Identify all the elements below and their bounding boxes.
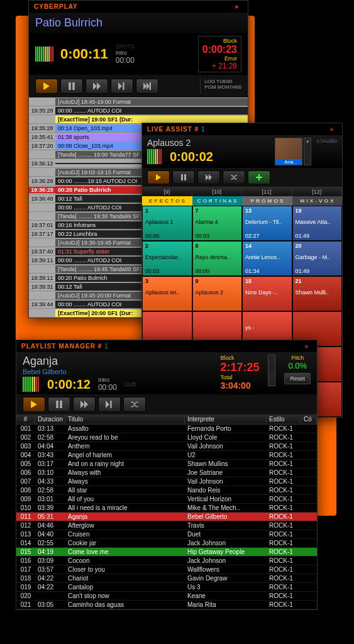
clip-cell[interactable]: 20Garbage - M..01:49 — [292, 241, 343, 276]
page-button[interactable]: [9] — [142, 187, 192, 196]
page-button[interactable]: [11] — [242, 187, 292, 196]
pm-artist: Bebel Gilberto — [23, 368, 215, 375]
table-row[interactable]: 01703:57Closer to youWallflowersROCK-1 — [16, 565, 317, 574]
pitch-slider[interactable] — [268, 355, 275, 386]
clip-cell[interactable]: 7Alarma 400:03 — [192, 206, 243, 241]
playlist-top: Aganja Bebel Gilberto 0:00:12 Intro 00:0… — [16, 352, 317, 394]
live-assist-top: Aplausos 2 0:00:02 Ana ▾ c:\Audio — [142, 135, 342, 168]
pm-intro: Intro 00:00 — [98, 377, 117, 392]
la-add-button[interactable] — [248, 170, 270, 184]
pm-elapsed: 0:00:12 — [47, 377, 91, 392]
page-bar: [9][10][11][12] — [142, 187, 342, 196]
pm-play-button[interactable] — [23, 397, 45, 412]
audio-path: c:\Audio — [316, 138, 337, 165]
category-tab[interactable]: E F E C T O S — [142, 196, 192, 206]
la-track-name: Aplausos 2 — [147, 138, 275, 148]
clip-cell[interactable]: 13Delerium - Til..02:27 — [242, 206, 292, 241]
la-next-button[interactable] — [197, 170, 220, 184]
clip-cell[interactable]: 2Espectacular..00:03 — [142, 241, 192, 276]
playlist-header: PLAYLIST MANAGER # 1 » — [16, 340, 317, 352]
pm-cue-label: CUE — [124, 381, 136, 387]
table-row[interactable]: 00503:17And on a rainy nightShawn Mullin… — [16, 460, 317, 469]
table-row[interactable]: 00403:43Angel of harlemU2ROCK-1 — [16, 451, 317, 460]
la-pause-button[interactable] — [172, 170, 195, 184]
clip-cell[interactable]: 19Massive Atta..01:49 — [292, 206, 343, 241]
la-shuffle-button[interactable] — [223, 170, 245, 184]
table-row[interactable]: 00802:58All starNando ReisROCK-1 — [16, 486, 317, 495]
pm-cue-button[interactable] — [98, 397, 121, 412]
end-button[interactable] — [136, 79, 158, 94]
page-button[interactable]: [12] — [292, 187, 343, 196]
col-title[interactable]: Titulo — [65, 414, 185, 424]
table-row[interactable]: 00304:04AnthemVail JohnsonROCK-1 — [16, 442, 317, 451]
pm-shuffle-button[interactable] — [123, 397, 146, 412]
artist-thumbnail[interactable]: Ana — [275, 138, 302, 165]
spots-block: SPOTS Intro 00:00 — [116, 43, 135, 65]
clip-cell[interactable]: 3Aplausos en.. — [142, 276, 192, 311]
timer-row: 0:00:11 SPOTS Intro 00:00 Block 0:00:23 … — [29, 33, 248, 75]
table-row[interactable]: 01504:19Come love meHip Getaway PeopleRO… — [16, 548, 317, 557]
category-tab[interactable]: M I X - V O X — [292, 196, 343, 206]
pm-pause-button[interactable] — [48, 397, 70, 412]
table-header-row: # Duracion Titulo Interprete Estilo Có — [16, 414, 317, 425]
schedule-row[interactable]: 19:35:2800:00 ........ AUTODJ COI — [29, 106, 248, 115]
collapse-icon[interactable]: » — [304, 343, 308, 350]
la-play-button[interactable] — [147, 170, 170, 184]
pause-button[interactable] — [60, 79, 83, 94]
transport-bar: LOG TUE00 PGM MONTH00 — [29, 75, 248, 97]
table-row[interactable]: 00202:58Areyou read to beLloyd ColeROCK-… — [16, 433, 317, 442]
vu-meter — [35, 47, 54, 62]
collapse-icon[interactable]: » — [235, 3, 239, 10]
table-row[interactable]: 00704:33AlwaysVail JohnsonROCK-1 — [16, 477, 317, 486]
table-row[interactable]: 01003:39All i need is a miracleMike & Th… — [16, 504, 317, 513]
category-tab[interactable]: C O R T I N A S — [192, 196, 243, 206]
pm-track: Aganja — [23, 355, 215, 368]
clip-cell[interactable]: 14Annie Lenox..01:34 — [242, 241, 292, 276]
clip-cell[interactable]: 15Nine Days -.. — [242, 276, 292, 311]
live-assist-header: LIVE ASSIST # 1 » — [142, 123, 342, 135]
table-row[interactable]: 01402:55Cookie jarJack JohnsonROCK-1 — [16, 539, 317, 548]
playlist-table: # Duracion Titulo Interprete Estilo Có 0… — [16, 414, 317, 609]
category-tab[interactable]: P R O M O S — [242, 196, 292, 206]
col-interprete[interactable]: Interprete — [185, 414, 267, 424]
category-tabs: E F E C T O SC O R T I N A SP R O M O SM… — [142, 196, 342, 206]
collapse-icon[interactable]: » — [329, 126, 333, 133]
clip-cell[interactable]: 9Aplausos 2 — [192, 276, 243, 311]
table-row[interactable]: 020Can't stop nowKeaneROCK-1 — [16, 592, 317, 601]
table-row[interactable]: 01603:09CocoonJack JohnsonROCK-1 — [16, 557, 317, 565]
play-button[interactable] — [35, 79, 58, 94]
clip-cell[interactable]: 8Rayo desma..00:00 — [192, 241, 243, 276]
clip-cell[interactable]: 21Shawn Mulli.. — [292, 276, 343, 311]
table-row[interactable]: 00603:10Always withJoe SatrianeROCK-1 — [16, 469, 317, 477]
table-row[interactable]: 00103:13AssaltoFernanda PortoROCK-1 — [16, 425, 317, 433]
table-row[interactable]: 01904:22CantalopUs 3ROCK-1 — [16, 583, 317, 592]
table-row[interactable]: 02103:05Caminho das aguasMaria RitaROCK-… — [16, 601, 317, 609]
table-row[interactable]: 01204:46AfterglowTravisROCK-1 — [16, 521, 317, 530]
col-estilo[interactable]: Estilo — [267, 414, 301, 424]
thumb-dropdown[interactable]: ▾ — [304, 138, 311, 165]
cyberplay-title: CYBERPLAY » — [29, 1, 248, 13]
vu-meter — [147, 149, 162, 164]
table-row[interactable]: 01804:22ChariotGavin DegrawROCK-1 — [16, 574, 317, 583]
elapsed-time: 0:00:11 — [60, 46, 108, 62]
clip-cell[interactable]: 1Aplausos 100:06 — [142, 206, 192, 241]
pm-block-box: Block 2:17:25 Total 3:04:00 — [220, 355, 259, 391]
col-num[interactable]: # — [16, 414, 35, 424]
col-duration[interactable]: Duracion — [35, 414, 65, 424]
la-transport — [142, 168, 342, 187]
table-row[interactable]: 01105:31AganjaBebel GilbertoROCK-1 — [16, 513, 317, 521]
table-row[interactable]: 00903:01All of youVertical HorizonROCK-1 — [16, 495, 317, 504]
page-button[interactable]: [10] — [192, 187, 243, 196]
log-box: LOG TUE00 PGM MONTH00 — [200, 79, 241, 94]
playlist-manager-panel: PLAYLIST MANAGER # 1 » Aganja Bebel Gilb… — [16, 340, 318, 610]
table-row[interactable]: 01304:40CruisenDuetROCK-1 — [16, 530, 317, 539]
next-button[interactable] — [86, 79, 108, 94]
pm-next-button[interactable] — [73, 397, 96, 412]
pitch-reset-button[interactable]: Reset — [284, 373, 311, 384]
schedule-row[interactable]: [AutoDJ] 18:45-19:00 Format — [29, 97, 248, 106]
block-box: Block 0:00:23 Error + 21:28 — [198, 36, 241, 72]
col-codigo: Có — [301, 414, 317, 424]
cue-button[interactable] — [111, 79, 133, 94]
vu-meter — [23, 377, 40, 392]
pitch-box: Pitch 0.0% Reset — [284, 355, 311, 384]
